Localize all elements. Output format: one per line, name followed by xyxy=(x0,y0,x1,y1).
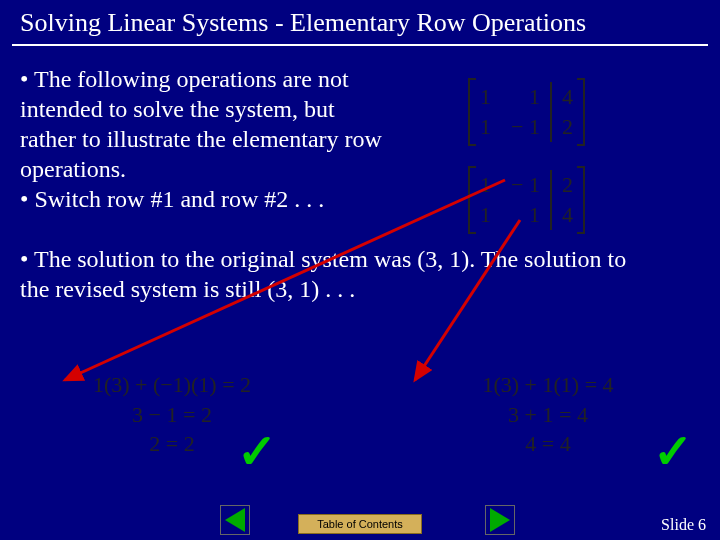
matrix-switched: 1 − 1 2 1 1 4 xyxy=(470,166,583,234)
wl-line3: 2 = 2 xyxy=(22,429,322,459)
table-of-contents-button[interactable]: Table of Contents xyxy=(298,514,422,534)
bullet-block-1: • The following operations are not inten… xyxy=(20,64,385,214)
matrix-area: 1 1 4 1 − 1 2 1 − 1 2 1 1 xyxy=(470,78,583,254)
title-underline xyxy=(12,44,708,46)
verification-left: 1(3) + (−1)(1) = 2 3 − 1 = 2 2 = 2 ✓ xyxy=(22,370,322,459)
bullet-2: • Switch row #1 and row #2 . . . xyxy=(20,184,385,214)
slide-title: Solving Linear Systems - Elementary Row … xyxy=(0,0,720,44)
bullet-1: • The following operations are not inten… xyxy=(20,64,385,184)
slide-number: Slide 6 xyxy=(661,516,706,534)
verification-right: 1(3) + 1(1) = 4 3 + 1 = 4 4 = 4 ✓ xyxy=(398,370,698,459)
wl-line1: 1(3) + (−1)(1) = 2 xyxy=(22,370,322,400)
prev-slide-button[interactable] xyxy=(220,505,250,536)
matrix-original: 1 1 4 1 − 1 2 xyxy=(470,78,583,146)
checkmark-icon: ✓ xyxy=(653,420,693,485)
wl-line2: 3 − 1 = 2 xyxy=(22,400,322,430)
checkmark-icon: ✓ xyxy=(237,420,277,485)
m1-r2c2: − 1 xyxy=(501,112,551,142)
triangle-right-icon xyxy=(490,508,510,532)
footer: Table of Contents xyxy=(0,514,720,534)
wr-line1: 1(3) + 1(1) = 4 xyxy=(398,370,698,400)
m2-r1c2: − 1 xyxy=(501,170,551,200)
content-area: • The following operations are not inten… xyxy=(0,64,720,304)
m1-r1c2: 1 xyxy=(501,82,551,112)
triangle-left-icon xyxy=(225,508,245,532)
verification-area: 1(3) + (−1)(1) = 2 3 − 1 = 2 2 = 2 ✓ 1(3… xyxy=(22,370,698,459)
m2-r2c2: 1 xyxy=(501,200,551,230)
next-slide-button[interactable] xyxy=(485,505,515,536)
